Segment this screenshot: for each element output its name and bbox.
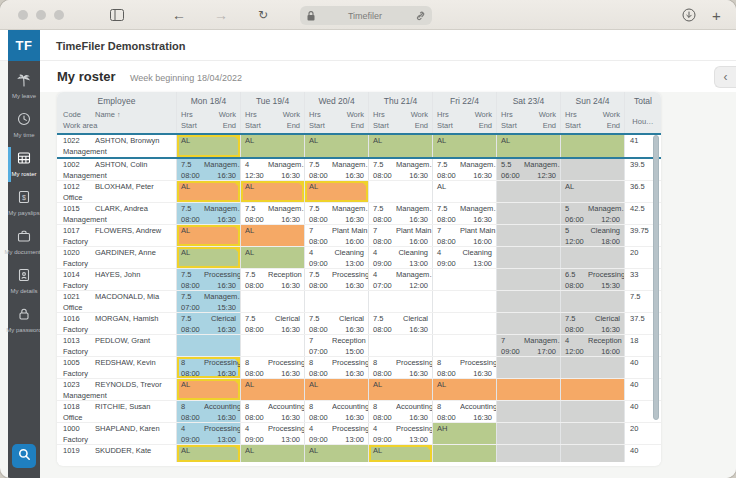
day-cell-6[interactable] bbox=[496, 401, 560, 422]
day-cell-7[interactable]: AL bbox=[560, 181, 624, 202]
day-cell-2[interactable] bbox=[240, 335, 304, 356]
sidebar-item-my-password[interactable]: My password bbox=[8, 301, 40, 340]
day-cell-4[interactable]: 7Plant Main…08:0016:00 bbox=[368, 225, 432, 246]
day-cell-7[interactable] bbox=[560, 135, 624, 157]
day-cell-6[interactable] bbox=[496, 269, 560, 290]
day-cell-4[interactable]: 4Managem…07:0012:00 bbox=[368, 269, 432, 290]
day-cell-3[interactable]: 8Accounting08:0016:30 bbox=[304, 401, 368, 422]
day-cell-2[interactable]: AL bbox=[240, 445, 304, 462]
day-cell-3[interactable]: 7.5Managem…08:0016:30 bbox=[304, 203, 368, 224]
day-cell-3[interactable]: 8Processing08:0016:30 bbox=[304, 357, 368, 378]
day-cell-6[interactable] bbox=[496, 225, 560, 246]
day-cell-7[interactable] bbox=[560, 401, 624, 422]
day-cell-4[interactable]: 4Cleaning09:0013:00 bbox=[368, 247, 432, 268]
day-cell-4[interactable]: 7.5Managem…08:0016:30 bbox=[368, 159, 432, 180]
day-cell-6[interactable] bbox=[496, 291, 560, 312]
day-cell-6[interactable] bbox=[496, 445, 560, 462]
day-cell-7[interactable] bbox=[560, 291, 624, 312]
day-column-header-2[interactable]: Tue 19/4 bbox=[240, 92, 304, 109]
window-controls[interactable] bbox=[18, 10, 64, 20]
day-cell-1[interactable]: 8Processing08:0016:30 bbox=[176, 357, 240, 378]
day-cell-1[interactable]: 4Processing09:0013:00 bbox=[176, 423, 240, 444]
day-cell-7[interactable]: 5Cleaning12:0018:00 bbox=[560, 225, 624, 246]
day-cell-5[interactable]: AL bbox=[432, 181, 496, 202]
day-cell-2[interactable]: 7.5Reception08:0016:30 bbox=[240, 269, 304, 290]
employee-cell[interactable]: 1021MACDONALD, MiaOffice bbox=[57, 291, 176, 312]
day-cell-1[interactable]: 8Accounting08:0016:30 bbox=[176, 401, 240, 422]
day-cell-5[interactable] bbox=[432, 335, 496, 356]
employee-cell[interactable]: 1012BLOXHAM, PeterOffice bbox=[57, 181, 176, 202]
employee-cell[interactable]: 1013PEDLOW, GrantFactory bbox=[57, 335, 176, 356]
day-cell-6[interactable] bbox=[496, 181, 560, 202]
employee-cell[interactable]: 1000SHAPLAND, KarenFactory bbox=[57, 423, 176, 444]
employee-cell[interactable]: 1020GARDINER, AnneFactory bbox=[57, 247, 176, 268]
day-cell-1[interactable]: 7.5Managem…07:0015:30 bbox=[176, 291, 240, 312]
day-cell-5[interactable]: AL bbox=[432, 379, 496, 400]
employee-column-header[interactable]: Employee bbox=[57, 92, 176, 109]
zoom-window-button[interactable] bbox=[54, 10, 64, 20]
day-cell-7[interactable]: 4Reception12:0016:00 bbox=[560, 335, 624, 356]
day-cell-6[interactable] bbox=[496, 423, 560, 444]
day-cell-5[interactable]: 8Accounting08:0016:30 bbox=[432, 401, 496, 422]
day-cell-2[interactable]: AL bbox=[240, 181, 304, 202]
day-cell-5[interactable]: 7.5Managem…08:0016:30 bbox=[432, 203, 496, 224]
day-column-header-4[interactable]: Thu 21/4 bbox=[368, 92, 432, 109]
forward-arrow-icon[interactable]: → bbox=[214, 4, 228, 26]
day-cell-1[interactable] bbox=[176, 335, 240, 356]
day-cell-5[interactable] bbox=[432, 313, 496, 334]
employee-cell[interactable]: 1017FLOWERS, AndrewFactory bbox=[57, 225, 176, 246]
day-cell-1[interactable]: AL bbox=[176, 247, 240, 268]
employee-cell[interactable]: 1005REDSHAW, KevinFactory bbox=[57, 357, 176, 378]
day-cell-7[interactable] bbox=[560, 423, 624, 444]
download-icon[interactable] bbox=[682, 4, 696, 26]
day-cell-2[interactable]: 7.5Managem…08:0016:30 bbox=[240, 203, 304, 224]
day-cell-3[interactable]: 7.5Processing08:0016:30 bbox=[304, 269, 368, 290]
day-cell-7[interactable] bbox=[560, 445, 624, 462]
day-cell-7[interactable]: 5Managem…06:0012:00 bbox=[560, 203, 624, 224]
day-cell-3[interactable]: 4Cleaning09:0013:00 bbox=[304, 247, 368, 268]
day-cell-4[interactable]: 8Accounting08:0016:30 bbox=[368, 401, 432, 422]
day-cell-3[interactable]: AL bbox=[304, 379, 368, 400]
day-cell-2[interactable]: 4Managem…12:3016:30 bbox=[240, 159, 304, 180]
day-cell-1[interactable]: AL bbox=[176, 181, 240, 202]
day-cell-6[interactable]: 7Managem…09:0017:00 bbox=[496, 335, 560, 356]
day-cell-5[interactable] bbox=[432, 269, 496, 290]
day-cell-1[interactable]: AL bbox=[176, 225, 240, 246]
employee-cell[interactable]: 1015CLARK, AndreaManagement bbox=[57, 203, 176, 224]
day-column-header-6[interactable]: Sat 23/4 bbox=[496, 92, 560, 109]
day-column-header-7[interactable]: Sun 24/4 bbox=[560, 92, 624, 109]
day-cell-7[interactable] bbox=[560, 379, 624, 400]
back-arrow-icon[interactable]: ← bbox=[172, 4, 186, 26]
day-cell-5[interactable]: 7.5Managem…08:0016:30 bbox=[432, 159, 496, 180]
sidebar-item-my-roster[interactable]: My roster bbox=[8, 145, 40, 184]
day-cell-6[interactable]: AL bbox=[496, 135, 560, 157]
sidebar-item-my-payslips[interactable]: $My payslips bbox=[8, 184, 40, 223]
new-tab-icon[interactable]: + bbox=[712, 4, 721, 26]
timefiler-logo[interactable]: TF bbox=[8, 30, 40, 61]
day-cell-1[interactable]: 7.5Clerical08:0016:30 bbox=[176, 313, 240, 334]
day-cell-7[interactable] bbox=[560, 247, 624, 268]
code-header[interactable]: Code bbox=[57, 109, 95, 120]
day-column-header-3[interactable]: Wed 20/4 bbox=[304, 92, 368, 109]
employee-cell[interactable]: 1023REYNOLDS, TrevorManagement bbox=[57, 379, 176, 400]
day-cell-5[interactable]: AL bbox=[432, 135, 496, 157]
day-cell-7[interactable]: 6.5Processing08:0015:30 bbox=[560, 269, 624, 290]
day-cell-4[interactable]: AL bbox=[368, 445, 432, 462]
day-cell-6[interactable] bbox=[496, 203, 560, 224]
minimize-window-button[interactable] bbox=[36, 10, 46, 20]
day-cell-3[interactable]: AL bbox=[304, 181, 368, 202]
day-cell-3[interactable]: 7Plant Main…08:0016:00 bbox=[304, 225, 368, 246]
day-cell-7[interactable] bbox=[560, 357, 624, 378]
day-cell-2[interactable] bbox=[240, 291, 304, 312]
address-bar[interactable]: Timefiler bbox=[300, 6, 432, 25]
employee-cell[interactable]: 1014HAYES, JohnFactory bbox=[57, 269, 176, 290]
day-cell-2[interactable]: AL bbox=[240, 225, 304, 246]
day-cell-6[interactable] bbox=[496, 357, 560, 378]
day-cell-5[interactable]: 7Plant Main…08:0016:00 bbox=[432, 225, 496, 246]
day-cell-4[interactable]: 7.5Clerical08:0016:30 bbox=[368, 313, 432, 334]
employee-cell[interactable]: 1002ASHTON, ColinManagement bbox=[57, 159, 176, 180]
name-sort-header[interactable]: Name ↑ bbox=[95, 109, 176, 120]
day-cell-2[interactable]: 7.5Clerical08:0016:30 bbox=[240, 313, 304, 334]
day-cell-7[interactable] bbox=[560, 159, 624, 180]
employee-cell[interactable]: 1019SKUDDER, Kate bbox=[57, 445, 176, 462]
